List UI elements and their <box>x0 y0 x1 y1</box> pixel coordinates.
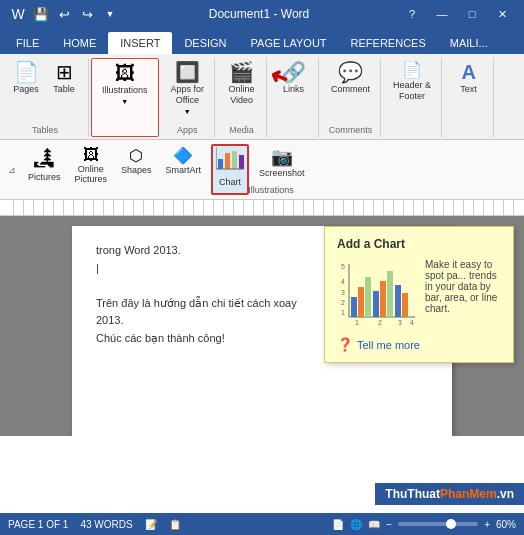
pages-icon: 📄 <box>14 62 39 82</box>
apps-btn[interactable]: 🔲 Apps forOffice ▼ <box>167 60 209 117</box>
page-info: PAGE 1 OF 1 <box>8 519 68 530</box>
svg-text:4: 4 <box>341 278 345 285</box>
tellmore-label[interactable]: Tell me more <box>357 339 420 351</box>
illustrations-btn[interactable]: 🖼 Illustrations ▼ <box>98 61 152 107</box>
ruler <box>0 200 524 216</box>
status-left: PAGE 1 OF 1 43 WORDS 📝 📋 <box>8 519 181 530</box>
illustrations-sublabel: Illustrations <box>248 183 294 195</box>
svg-text:2: 2 <box>341 299 345 306</box>
watermark-part2: PhanMem <box>440 487 497 501</box>
undo-btn[interactable]: ↩ <box>54 4 74 24</box>
chart-icon <box>216 147 244 177</box>
watermark-part3: .vn <box>497 487 514 501</box>
svg-rect-3 <box>239 155 244 169</box>
apps-label: Apps <box>177 125 198 137</box>
group-media-items: 🎬 OnlineVideo <box>224 58 260 125</box>
zoom-thumb <box>446 519 456 529</box>
group-apps-items: 🔲 Apps forOffice ▼ <box>167 58 209 125</box>
plus-zoom-btn[interactable]: + <box>484 519 490 530</box>
zoom-level: 60% <box>496 519 516 530</box>
group-tables: 📄 Pages ⊞ Table Tables <box>2 58 89 137</box>
tooltip-chart-preview: 5 4 3 2 1 1 <box>337 259 417 329</box>
group-illustrations: 🖼 Illustrations ▼ <box>91 58 159 137</box>
tab-references[interactable]: REFERENCES <box>339 32 438 54</box>
word-icon: W <box>8 4 28 24</box>
save-btn[interactable]: 💾 <box>31 4 51 24</box>
text-btn[interactable]: A Text <box>451 60 487 97</box>
table-icon: ⊞ <box>56 62 73 82</box>
svg-rect-13 <box>351 297 357 317</box>
chart-tooltip: Add a Chart 5 4 3 2 1 <box>324 226 514 363</box>
minus-zoom-btn[interactable]: − <box>386 519 392 530</box>
shapes-btn[interactable]: ⬡ Shapes <box>117 144 156 195</box>
tooltip-tellmore[interactable]: ❓ Tell me more <box>337 337 501 352</box>
tab-file[interactable]: FILE <box>4 32 51 54</box>
redo-btn[interactable]: ↪ <box>77 4 97 24</box>
view-normal-icon[interactable]: 📄 <box>332 519 344 530</box>
status-right: 📄 🌐 📖 − + 60% <box>332 519 516 530</box>
svg-text:4: 4 <box>410 319 414 326</box>
smartart-btn[interactable]: 🔷 SmartArt <box>162 144 206 195</box>
online-video-btn[interactable]: 🎬 OnlineVideo <box>224 60 260 108</box>
pictures-btn[interactable]: 🏞 Pictures <box>24 144 65 195</box>
svg-rect-1 <box>225 153 230 169</box>
dropdown-btn[interactable]: ▼ <box>100 4 120 24</box>
illustrations-icon: 🖼 <box>115 63 135 83</box>
group-comments-items: 💬 Comment <box>327 58 374 125</box>
ribbon-tabs: FILE HOME INSERT DESIGN PAGE LAYOUT REFE… <box>0 28 524 54</box>
group-tables-items: 📄 Pages ⊞ Table <box>8 58 82 125</box>
svg-rect-14 <box>358 287 364 317</box>
status-bar: PAGE 1 OF 1 43 WORDS 📝 📋 📄 🌐 📖 − + 60% <box>0 513 524 535</box>
view-web-icon[interactable]: 🌐 <box>350 519 362 530</box>
window-controls: ? — □ ✕ <box>398 4 516 24</box>
tab-design[interactable]: DESIGN <box>172 32 238 54</box>
ribbon-subrow: ⊿ 🏞 Pictures 🖼 OnlinePictures ⬡ Shapes 🔷… <box>0 140 524 200</box>
online-pictures-btn[interactable]: 🖼 OnlinePictures <box>71 144 112 195</box>
group-text: A Text <box>444 58 494 137</box>
watermark: ThuThuatPhanMem.vn <box>375 483 524 505</box>
quick-access-toolbar: W 💾 ↩ ↪ ▼ <box>8 4 120 24</box>
svg-text:3: 3 <box>398 319 402 326</box>
tab-pagelayout[interactable]: PAGE LAYOUT <box>239 32 339 54</box>
apps-icon: 🔲 <box>175 62 200 82</box>
tab-insert[interactable]: INSERT <box>108 32 172 54</box>
online-pictures-icon: 🖼 <box>83 146 99 164</box>
svg-rect-19 <box>395 285 401 317</box>
comment-btn[interactable]: 💬 Comment <box>327 60 374 97</box>
comment-icon: 💬 <box>338 62 363 82</box>
zoom-slider[interactable] <box>398 522 478 526</box>
tab-mailings[interactable]: MAILI... <box>438 32 500 54</box>
tooltip-content: 5 4 3 2 1 1 <box>337 259 501 329</box>
maximize-btn[interactable]: □ <box>458 4 486 24</box>
shapes-icon: ⬡ <box>129 146 143 165</box>
chart-btn[interactable]: Chart <box>211 144 249 195</box>
title-bar: W 💾 ↩ ↪ ▼ Document1 - Word ? — □ ✕ <box>0 0 524 28</box>
svg-rect-15 <box>365 277 371 317</box>
ruler-tab[interactable]: ⊿ <box>8 144 18 195</box>
table-btn[interactable]: ⊞ Table <box>46 60 82 97</box>
pages-btn[interactable]: 📄 Pages <box>8 60 44 97</box>
close-btn[interactable]: ✕ <box>488 4 516 24</box>
view-read-icon[interactable]: 📖 <box>368 519 380 530</box>
help-btn[interactable]: ? <box>398 4 426 24</box>
tooltip-description: Make it easy to spot pa... trends in you… <box>425 259 501 329</box>
comments-label: Comments <box>329 125 373 137</box>
tab-home[interactable]: HOME <box>51 32 108 54</box>
svg-text:3: 3 <box>341 289 345 296</box>
help-circle-icon: ❓ <box>337 337 353 352</box>
header-footer-icon: 📄 <box>402 62 422 78</box>
text-icon: A <box>461 62 475 82</box>
screenshot-icon: 📷 <box>271 146 293 168</box>
smartart-icon: 🔷 <box>173 146 193 165</box>
window-title: Document1 - Word <box>120 7 398 21</box>
minimize-btn[interactable]: — <box>428 4 456 24</box>
ribbon-body: 📄 Pages ⊞ Table Tables 🖼 Illustrations ▼… <box>0 54 524 140</box>
tooltip-title: Add a Chart <box>337 237 501 251</box>
svg-rect-0 <box>218 159 223 169</box>
ruler-inner <box>4 200 520 215</box>
word-count: 43 WORDS <box>80 519 132 530</box>
svg-rect-17 <box>380 281 386 317</box>
header-footer-btn[interactable]: 📄 Header &Footer <box>389 60 435 104</box>
group-apps: 🔲 Apps forOffice ▼ Apps <box>161 58 216 137</box>
group-text-items: A Text <box>451 58 487 135</box>
